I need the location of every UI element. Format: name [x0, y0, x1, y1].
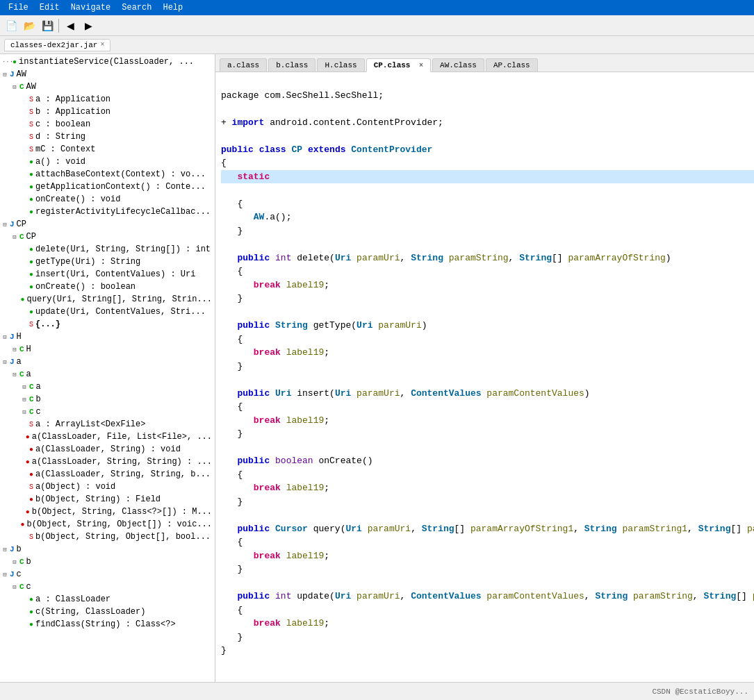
tree-item-aw-class[interactable]: ⊟ C AW	[0, 81, 215, 93]
tab-cp-close[interactable]: ×	[419, 62, 423, 69]
tree-expand: ⊟	[19, 407, 29, 417]
toolbar-back-btn[interactable]: ◀	[62, 17, 79, 34]
tree-item-cp-insert[interactable]: ● insert(Uri, ContentValues) : Uri	[0, 268, 215, 281]
tree-label: c(String, ClassLoader)	[35, 607, 145, 617]
tree-label: getApplicationContext() : Conte...	[35, 182, 206, 192]
method-icon: ●	[21, 521, 25, 528]
toolbar-open-btn[interactable]: 📂	[21, 17, 38, 34]
tree-expand: ⊟	[0, 357, 10, 367]
tree-expand	[19, 157, 29, 167]
tree-item-a-inner-c[interactable]: ⊟ C c	[0, 406, 215, 418]
tree-item-cp-oncreate[interactable]: ● onCreate() : boolean	[0, 281, 215, 293]
tab-h-class[interactable]: H.class	[317, 58, 364, 72]
tree-item-a-method-b4[interactable]: S b(Object, String, Object[], bool...	[0, 531, 215, 543]
tree-item-cp-query[interactable]: ● query(Uri, String[], String, Strin...	[0, 293, 215, 306]
tree-item-c-findclass[interactable]: ● findClass(String) : Class<?>	[0, 618, 215, 631]
tab-cp-class[interactable]: CP.class ×	[366, 58, 431, 72]
method-icon: ●	[29, 196, 33, 203]
menu-search[interactable]: Search	[116, 1, 157, 14]
tree-item-aw-b-app[interactable]: S b : Application	[0, 106, 215, 118]
tab-ap-class[interactable]: AP.class	[486, 58, 538, 72]
toolbar-forward-btn[interactable]: ▶	[80, 17, 97, 34]
method-icon: ●	[29, 621, 33, 628]
tree-item-cp-gettype[interactable]: ● getType(Uri) : String	[0, 256, 215, 268]
class-icon: C	[19, 370, 24, 378]
tree-label: a(ClassLoader, String, String, b...	[35, 469, 211, 479]
tree-item-instantiate[interactable]: ··· ● instantiateService(ClassLoader, ..…	[0, 56, 215, 68]
tree-expand	[11, 519, 21, 529]
left-tab-bar: classes-dex2jar.jar ×	[0, 36, 754, 54]
tree-item-cp-static[interactable]: S {...}	[0, 318, 215, 331]
tree-item-c-field-a[interactable]: ● a : ClassLoader	[0, 593, 215, 606]
tree-item-a-pkg[interactable]: ⊟ J a	[0, 356, 215, 368]
tree-item-a-method1[interactable]: ● a(ClassLoader, File, List<File>, ...	[0, 431, 215, 443]
tree-item-c-method-c[interactable]: ● c(String, ClassLoader)	[0, 606, 215, 618]
tree-item-a-method-b2[interactable]: ● b(Object, String, Class<?>[]) : M...	[0, 506, 215, 518]
code-editor[interactable]: package com.SecShell.SecShell; + import …	[215, 72, 754, 682]
tree-label: a : ArrayList<DexFile>	[35, 419, 145, 429]
toolbar-save-btn[interactable]: 💾	[39, 17, 56, 34]
tree-item-cp-delete[interactable]: ● delete(Uri, String, String[]) : int	[0, 243, 215, 256]
method-icon: ●	[29, 308, 33, 316]
tree-item-h-pkg[interactable]: ⊟ J H	[0, 331, 215, 343]
tree-expand	[19, 194, 29, 204]
tree-expand	[19, 144, 29, 154]
tree-label: H	[26, 344, 31, 354]
tree-item-a-method-b3[interactable]: ● b(Object, String, Object[]) : voic...	[0, 518, 215, 531]
tree-item-b-class[interactable]: ⊟ C b	[0, 556, 215, 568]
left-tab-close[interactable]: ×	[100, 41, 104, 49]
tree-item-aw-register[interactable]: ● registerActivityLifecycleCallbac...	[0, 206, 215, 218]
method-icon: ●	[29, 496, 33, 503]
field-icon: S	[29, 533, 33, 541]
tab-a-class[interactable]: a.class	[220, 58, 267, 72]
tree-item-a-inner-b[interactable]: ⊟ C b	[0, 393, 215, 406]
tree-label: b(Object, String) : Field	[35, 494, 161, 504]
tree-expand	[19, 244, 29, 254]
field-icon: S	[29, 133, 33, 141]
tree-item-aw-c-bool[interactable]: S c : boolean	[0, 118, 215, 131]
tree-item-aw-a-app[interactable]: S a : Application	[0, 93, 215, 106]
tree-item-b-pkg[interactable]: ⊟ J b	[0, 543, 215, 556]
tree-item-a-class[interactable]: ⊟ C a	[0, 368, 215, 381]
tree-label: query(Uri, String[], String, Strin...	[27, 294, 212, 304]
tree-item-c-class[interactable]: ⊟ C c	[0, 581, 215, 593]
menu-file[interactable]: File	[3, 1, 34, 14]
tree-item-aw-d-str[interactable]: S d : String	[0, 131, 215, 143]
tree-item-c-pkg[interactable]: ⊟ J c	[0, 568, 215, 581]
tree-item-aw-getapp[interactable]: ● getApplicationContext() : Conte...	[0, 181, 215, 193]
method-icon: ●	[29, 446, 33, 453]
tree-item-a-field-arr[interactable]: S a : ArrayList<DexFile>	[0, 418, 215, 431]
tree-item-aw-oncreate[interactable]: ● onCreate() : void	[0, 193, 215, 206]
class-icon: C	[19, 233, 24, 241]
tree-item-aw-mc[interactable]: S mC : Context	[0, 143, 215, 156]
tab-b-class[interactable]: b.class	[268, 58, 315, 72]
tree-item-cp-class[interactable]: ⊟ C CP	[0, 231, 215, 243]
left-tab-jar[interactable]: classes-dex2jar.jar ×	[4, 39, 110, 51]
toolbar-new-btn[interactable]: 📄	[3, 17, 19, 34]
tree-label: a	[17, 357, 22, 367]
tree-item-a-method-b1[interactable]: ● b(Object, String) : Field	[0, 493, 215, 506]
tree-item-aw-attach[interactable]: ● attachBaseContext(Context) : vo...	[0, 168, 215, 181]
tree-item-h-class[interactable]: ⊟ C H	[0, 343, 215, 356]
tree-label: a	[36, 382, 41, 392]
tree-expand	[19, 307, 29, 317]
tree-item-a-method5[interactable]: S a(Object) : void	[0, 481, 215, 493]
tree-item-cp-update[interactable]: ● update(Uri, ContentValues, Stri...	[0, 306, 215, 318]
tree-item-a-method2[interactable]: ● a(ClassLoader, String) : void	[0, 443, 215, 456]
method-icon: ●	[29, 283, 33, 291]
tree-label: attachBaseContext(Context) : vo...	[35, 169, 206, 179]
menu-edit[interactable]: Edit	[34, 1, 65, 14]
tree-item-aw-pkg[interactable]: ⊟ J AW	[0, 68, 215, 81]
main-layout: ··· ● instantiateService(ClassLoader, ..…	[0, 54, 754, 682]
tree-label: d : String	[35, 132, 85, 142]
tree-item-a-method4[interactable]: ● a(ClassLoader, String, String, b...	[0, 468, 215, 481]
tree-expand	[19, 207, 29, 217]
tree-item-cp-pkg[interactable]: ⊟ J CP	[0, 218, 215, 231]
menu-navigate[interactable]: Navigate	[65, 1, 117, 14]
tree-item-a-method3[interactable]: ● a(ClassLoader, String, String) : ...	[0, 456, 215, 468]
tab-aw-class[interactable]: AW.class	[432, 58, 484, 72]
tree-item-a-inner-a[interactable]: ⊟ C a	[0, 381, 215, 393]
tree-item-aw-a-void[interactable]: ● a() : void	[0, 156, 215, 168]
menu-help[interactable]: Help	[157, 1, 188, 14]
class-icon: C	[29, 395, 34, 403]
